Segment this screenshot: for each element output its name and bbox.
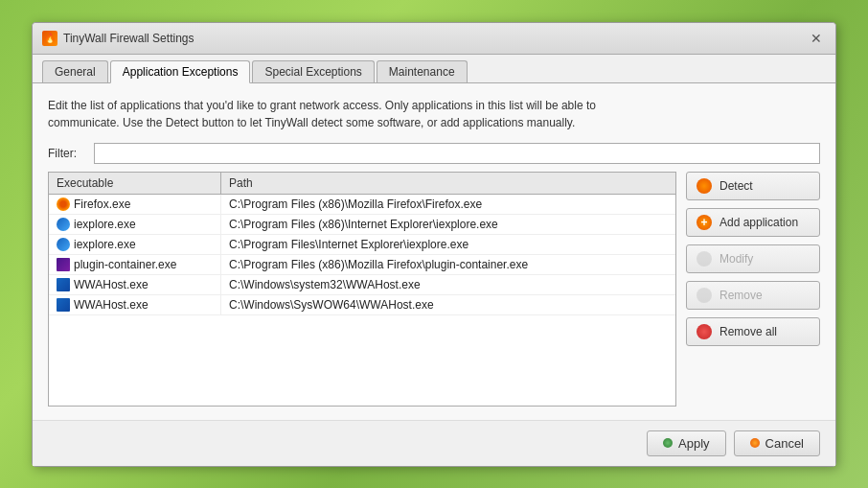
path-cell: C:\Windows\system32\WWAHost.exe [221,275,675,294]
tab-maintenance[interactable]: Maintenance [377,60,468,82]
path-cell: C:\Program Files\Internet Explorer\iexpl… [221,235,675,254]
add-icon: + [697,215,712,230]
executable-cell: WWAHost.exe [49,295,221,314]
tab-content: Edit the list of applications that you'd… [33,83,835,420]
table-row[interactable]: WWAHost.exe C:\Windows\system32\WWAHost.… [49,275,675,295]
title-bar-left: TinyWall Firewall Settings [42,31,194,46]
table-row[interactable]: iexplore.exe C:\Program Files\Internet E… [49,235,675,255]
executable-cell: plugin-container.exe [49,255,221,274]
add-application-button[interactable]: + Add application [686,208,820,237]
description-text: Edit the list of applications that you'd… [48,97,820,131]
detect-icon [697,178,712,194]
cancel-dot-icon [750,438,760,448]
executable-cell: Firefox.exe [49,195,221,214]
remove-icon [697,288,712,303]
ie-icon [57,218,70,231]
table-row[interactable]: iexplore.exe C:\Program Files (x86)\Inte… [49,215,675,235]
col-header-path: Path [221,173,675,194]
path-cell: C:\Program Files (x86)\Mozilla Firefox\p… [221,255,675,274]
app-icon [42,31,57,46]
col-header-executable: Executable [49,173,221,194]
tab-bar: General Application Exceptions Special E… [33,55,835,83]
apply-button[interactable]: Apply [647,430,726,456]
executable-cell: WWAHost.exe [49,275,221,294]
table-row[interactable]: plugin-container.exe C:\Program Files (x… [49,255,675,275]
title-bar: TinyWall Firewall Settings ✕ [33,23,835,55]
table-row[interactable]: Firefox.exe C:\Program Files (x86)\Mozil… [49,195,675,215]
path-cell: C:\Windows\SysWOW64\WWAHost.exe [221,295,675,314]
applications-table: Executable Path Firefox.exe C:\Program F… [48,172,676,407]
remove-button[interactable]: Remove [686,281,820,310]
executable-cell: iexplore.exe [49,235,221,254]
filter-input[interactable] [94,143,820,164]
apply-dot-icon [663,438,673,448]
tab-application-exceptions[interactable]: Application Exceptions [110,60,251,83]
filter-label: Filter: [48,147,86,160]
firefox-icon [57,198,70,211]
settings-window: TinyWall Firewall Settings ✕ General App… [32,22,836,467]
ie-icon [57,238,70,251]
table-header: Executable Path [49,173,675,195]
path-cell: C:\Program Files (x86)\Mozilla Firefox\F… [221,195,675,214]
filter-row: Filter: [48,143,820,164]
detect-button[interactable]: Detect [686,172,820,200]
remove-all-icon [697,324,712,339]
cancel-button[interactable]: Cancel [734,430,820,456]
wwahost-icon [57,298,70,312]
bottom-bar: Apply Cancel [33,420,835,466]
remove-all-button[interactable]: Remove all [686,317,820,346]
close-button[interactable]: ✕ [807,29,826,48]
wwahost-icon [57,278,70,291]
modify-icon [697,251,712,267]
executable-cell: iexplore.exe [49,215,221,234]
table-row[interactable]: WWAHost.exe C:\Windows\SysWOW64\WWAHost.… [49,295,675,315]
modify-button[interactable]: Modify [686,244,820,273]
tab-special-exceptions[interactable]: Special Exceptions [252,60,374,82]
right-panel: Detect + Add application Modify Remove R… [686,172,820,407]
tab-general[interactable]: General [42,60,108,82]
path-cell: C:\Program Files (x86)\Internet Explorer… [221,215,675,234]
main-area: Executable Path Firefox.exe C:\Program F… [48,172,820,407]
plugin-container-icon [57,258,70,271]
window-title: TinyWall Firewall Settings [63,32,194,45]
table-body: Firefox.exe C:\Program Files (x86)\Mozil… [49,195,675,406]
